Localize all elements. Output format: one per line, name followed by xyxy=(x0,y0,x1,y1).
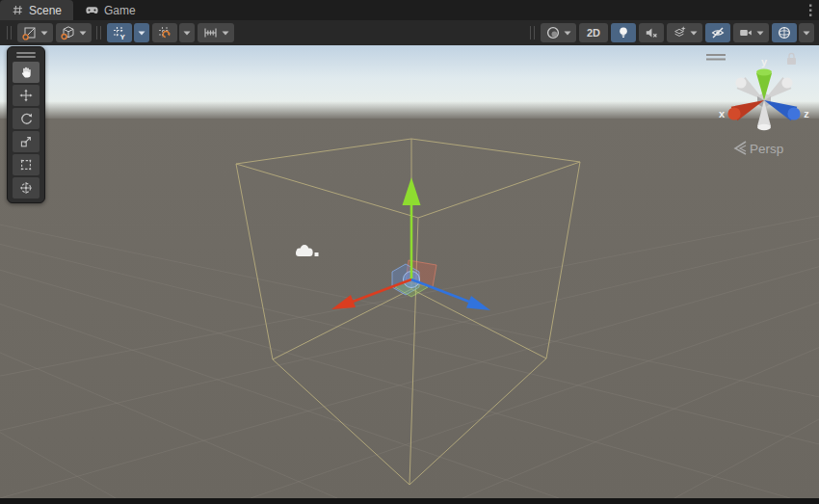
chevron-down-icon xyxy=(138,31,145,36)
scene-toolbar: Y xyxy=(0,20,819,45)
x-axis-cap[interactable] xyxy=(727,107,740,119)
scene-viewport[interactable]: y x z Persp xyxy=(0,45,819,498)
toolbar-right-group: 2D xyxy=(528,23,814,42)
render-effects-button[interactable] xyxy=(541,23,576,42)
neg-x-cap[interactable] xyxy=(735,77,746,88)
toolbar-separator xyxy=(530,26,535,40)
z-axis-cap[interactable] xyxy=(787,107,800,119)
grid-axis-icon: Y xyxy=(112,25,127,40)
ground xyxy=(0,119,819,498)
tool-rotate[interactable] xyxy=(13,108,40,129)
grid-axis-dropdown[interactable] xyxy=(134,23,149,42)
hand-icon xyxy=(19,66,33,79)
neg-z-cap[interactable] xyxy=(781,77,792,88)
scene-grid-icon xyxy=(12,4,24,16)
unity-scene-window: Scene Game xyxy=(0,0,819,504)
chevron-down-icon xyxy=(222,31,229,36)
toolbar-separator xyxy=(96,26,101,40)
axis-label-y: y xyxy=(761,56,768,67)
2d-toggle-button[interactable]: 2D xyxy=(579,23,608,42)
draw-mode-icon xyxy=(22,25,38,40)
shaded-cube-icon xyxy=(61,25,76,40)
snap-move-dropdown[interactable] xyxy=(179,23,195,42)
scene-lighting-button[interactable] xyxy=(611,23,636,42)
tab-bar: Scene Game xyxy=(0,0,819,20)
camera-icon xyxy=(738,25,753,40)
sky xyxy=(0,45,819,105)
rect-tool-icon xyxy=(19,158,33,172)
y-axis-cap[interactable] xyxy=(756,69,772,76)
scale-tool-icon xyxy=(19,135,33,148)
increment-snap-icon xyxy=(202,25,219,40)
grid-snap-icon xyxy=(157,25,172,40)
shading-mode-button[interactable] xyxy=(56,23,92,42)
toolbar-separator xyxy=(7,26,12,40)
axis-label-z: z xyxy=(804,108,809,119)
persp-label: Persp xyxy=(750,142,783,156)
transform-tool-icon xyxy=(19,181,33,195)
gamepad-icon xyxy=(85,4,99,16)
tool-view-hand[interactable] xyxy=(13,62,40,83)
chevron-down-icon xyxy=(564,31,571,36)
eye-slash-icon xyxy=(710,25,726,40)
kebab-menu-icon xyxy=(808,4,812,17)
window-bottom-edge xyxy=(0,498,819,504)
draw-mode-button[interactable] xyxy=(17,23,53,42)
gizmos-dropdown[interactable] xyxy=(799,23,814,42)
effects-layers-icon xyxy=(672,25,687,40)
tool-rect[interactable] xyxy=(13,154,40,175)
axis-label-x: x xyxy=(719,108,726,119)
tab-game-label: Game xyxy=(104,4,136,17)
light-bulb-icon xyxy=(616,25,631,40)
gizmos-sphere-icon xyxy=(777,25,792,40)
chevron-down-icon xyxy=(803,31,810,36)
effects-button[interactable] xyxy=(667,23,702,42)
chevron-down-icon xyxy=(79,31,87,36)
window-menu-button[interactable] xyxy=(802,0,819,20)
tool-transform[interactable] xyxy=(13,177,40,199)
move-tool-icon xyxy=(19,89,33,102)
neg-y-cap[interactable] xyxy=(757,124,771,130)
tab-scene-label: Scene xyxy=(29,4,62,17)
tab-scene[interactable]: Scene xyxy=(0,0,73,20)
render-sphere-icon xyxy=(545,25,561,40)
tool-move[interactable] xyxy=(13,85,40,106)
tool-scale[interactable] xyxy=(13,131,40,152)
grid-axis-button[interactable]: Y xyxy=(107,23,132,42)
scene-visibility-button[interactable] xyxy=(705,23,730,42)
rotate-tool-icon xyxy=(19,112,33,125)
tab-game[interactable]: Game xyxy=(73,0,147,20)
tool-palette xyxy=(7,46,45,203)
2d-label: 2D xyxy=(584,27,603,39)
horizon xyxy=(0,101,819,120)
chevron-down-icon xyxy=(690,31,698,36)
chevron-down-icon xyxy=(756,31,764,36)
svg-text:Y: Y xyxy=(120,33,126,40)
palette-drag-handle[interactable] xyxy=(13,49,40,60)
gizmos-button[interactable] xyxy=(772,23,797,42)
chevron-down-icon xyxy=(40,31,48,36)
snap-move-button[interactable] xyxy=(152,23,177,42)
audio-mute-button[interactable] xyxy=(639,23,664,42)
snap-increment-button[interactable] xyxy=(198,23,234,42)
audio-muted-icon xyxy=(644,25,659,40)
camera-view-button[interactable] xyxy=(733,23,769,42)
chevron-down-icon xyxy=(183,31,191,36)
